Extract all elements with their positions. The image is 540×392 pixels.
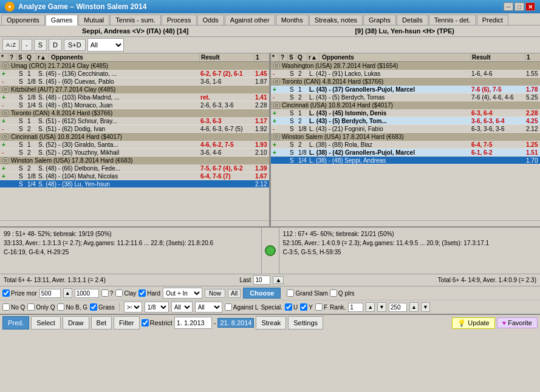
minimize-button[interactable]: ─: [504, 2, 513, 11]
now-button[interactable]: Now: [205, 289, 225, 298]
tab-tennis-det[interactable]: Tennis - det.: [429, 15, 476, 25]
last-input[interactable]: [253, 275, 270, 285]
streak-button[interactable]: Streak: [256, 316, 286, 329]
left-row-5-2[interactable]: + S 1/8 S. (48) - (104) Mahut, Nicolas 6…: [0, 172, 269, 180]
left-row-5-3[interactable]: S 1/4 S. (48) - (38) Lu, Yen-hsun 2.12: [0, 180, 269, 188]
choose-button[interactable]: Choose: [243, 288, 281, 299]
tab-predict[interactable]: Predict: [477, 15, 508, 25]
right-row-2-2[interactable]: - S 2 L. (43) - (5) Berdych, Tomas 7-6 (…: [271, 93, 540, 101]
rank2-up-icon[interactable]: ▲: [409, 302, 419, 312]
right-row-4-2[interactable]: + S 1/8 L. (38) - (42) Granollers-Pujol,…: [271, 149, 540, 157]
sort-button[interactable]: A↓Z: [2, 39, 19, 51]
rank2-down-icon[interactable]: ▼: [421, 302, 430, 312]
cell-s: S: [289, 94, 297, 101]
minus-button[interactable]: -: [21, 39, 32, 51]
tab-mutual[interactable]: Mutual: [78, 15, 109, 25]
right-row-1-1[interactable]: - S 2 L. (42) - (91) Lacko, Lukas 1-6, 4…: [271, 70, 540, 78]
cell-s: S: [289, 149, 297, 156]
cell-odds: 2.10: [254, 149, 268, 156]
noq-label: No Q: [2, 303, 25, 311]
rank-input-2[interactable]: [389, 303, 407, 312]
cell-s: S: [18, 126, 26, 132]
out-in-select[interactable]: Out + In: [163, 288, 202, 299]
clay-checkbox[interactable]: [115, 289, 123, 297]
rank-input[interactable]: [348, 303, 363, 312]
select-button[interactable]: Select: [31, 316, 61, 329]
tab-process[interactable]: Process: [162, 15, 197, 25]
sd-button[interactable]: S+D: [64, 39, 86, 51]
prize-input-1[interactable]: [39, 289, 61, 298]
f-checkbox[interactable]: [315, 303, 323, 311]
s-button[interactable]: S: [34, 39, 47, 51]
left-row-4-1[interactable]: + S 1 S. (52) - (30) Giraldo, Santa... 4…: [0, 141, 269, 149]
tab-odds[interactable]: Odds: [197, 15, 224, 25]
left-row-5-1[interactable]: + S 2 S. (48) - (66) Delbonis, Fede... 7…: [0, 164, 269, 172]
prize-up-icon[interactable]: ▲: [63, 288, 72, 298]
qplrs-checkbox[interactable]: [330, 289, 337, 297]
pred-button[interactable]: Pred.: [2, 316, 29, 329]
tab-opponents[interactable]: Opponents: [1, 15, 45, 25]
left-hscroll[interactable]: [0, 220, 269, 226]
grand-slam-checkbox[interactable]: [287, 289, 294, 297]
left-row-3-1[interactable]: + S 1 S. (51) - (612) Schnur, Bray... 6-…: [0, 117, 269, 125]
q-checkbox[interactable]: [101, 289, 109, 297]
d-button[interactable]: D: [49, 39, 62, 51]
close-button[interactable]: ✕: [525, 2, 535, 11]
all-select-2[interactable]: All: [195, 302, 222, 313]
cell-opp: L. (38) - (48) Seppi, Andreas: [308, 157, 470, 164]
cell-star: +: [272, 118, 280, 124]
tab-against-other[interactable]: Against other: [225, 15, 275, 25]
favorite-button[interactable]: ♥ Favorite: [497, 317, 538, 328]
left-row-2-1[interactable]: + S 1/8 S. (48) - (103) Riba-Madrid, ...…: [0, 93, 269, 101]
right-row-3-1[interactable]: + S 1 L. (43) - (45) Istomin, Denis 6-3,…: [271, 109, 540, 117]
right-row-4-3[interactable]: S 1/4 L. (38) - (48) Seppi, Andreas 1.70: [271, 157, 540, 164]
settings-button[interactable]: Settings: [288, 316, 323, 329]
left-stats-line2: 33:133, Aver.: 1.3:1.3 (= 2.7); Avg.game…: [4, 238, 258, 248]
cell-opp: S. (48) - (38) Lu, Yen-hsun: [37, 181, 199, 188]
bet-button[interactable]: Bet: [91, 316, 112, 329]
tab-tennis-sum[interactable]: Tennis - sum.: [110, 15, 160, 25]
date-from-input[interactable]: [174, 317, 212, 329]
update-button[interactable]: 💡 Update: [452, 317, 494, 329]
draw-button[interactable]: Draw: [63, 316, 89, 329]
onlyq-checkbox[interactable]: [27, 303, 35, 311]
cell-odds: 1.78: [525, 86, 539, 93]
left-row-1-2[interactable]: - S 1/8 S. (45) - (60) Cuevas, Pablo 3-6…: [0, 78, 269, 86]
hard-checkbox[interactable]: [138, 289, 146, 297]
restrict-checkbox[interactable]: [142, 319, 149, 326]
right-row-4-1[interactable]: + S 2 L. (38) - (88) Rola, Blaz 6-4, 7-5…: [271, 141, 540, 149]
tab-games[interactable]: Games: [46, 15, 78, 25]
right-row-3-3[interactable]: - S 1/8 L. (43) - (21) Fognini, Fabio 6-…: [271, 125, 540, 133]
right-col-opp: Opponents: [320, 53, 471, 61]
left-row-3-2[interactable]: - S 2 S. (51) - (62) Dodig, Ivan 4-6, 6-…: [0, 125, 269, 133]
cell-star: +: [272, 141, 280, 148]
last-up-button[interactable]: ▲: [273, 276, 284, 284]
left-row-1-1[interactable]: + S 1 S. (45) - (136) Cecchinato, ... 6-…: [0, 70, 269, 78]
rank-up-icon[interactable]: ▲: [366, 302, 375, 312]
right-hscroll[interactable]: [271, 220, 540, 226]
y-checkbox[interactable]: [300, 303, 307, 311]
left-row-2-2[interactable]: - S 1/4 S. (48) - (81) Monaco, Juan 2-6,…: [0, 101, 269, 109]
all-select[interactable]: All: [171, 302, 193, 313]
right-row-2-1[interactable]: + S 1 L. (43) - (37) Granollers-Pujol, M…: [271, 86, 540, 93]
grass-checkbox[interactable]: [90, 303, 97, 311]
tab-streaks[interactable]: Streaks, notes: [309, 15, 363, 25]
right-row-3-2[interactable]: + S 2 L. (43) - (5) Berdych, Tom... 3-6,…: [271, 117, 540, 125]
nobg-checkbox[interactable]: [57, 303, 64, 311]
ge-select[interactable]: >=: [124, 302, 142, 313]
noq-checkbox[interactable]: [2, 303, 10, 311]
prize-input-2[interactable]: [75, 289, 99, 298]
all-dropdown[interactable]: All: [87, 38, 124, 52]
fraction-select[interactable]: 1/8: [145, 302, 169, 313]
filter-button[interactable]: Filter: [114, 316, 139, 329]
rank-down-icon[interactable]: ▼: [377, 302, 386, 312]
left-row-4-2[interactable]: - S 2 S. (52) - (25) Youzhny, Mikhail 3-…: [0, 149, 269, 157]
u-checkbox[interactable]: [285, 303, 292, 311]
tab-details[interactable]: Details: [397, 15, 428, 25]
prize-mor-checkbox[interactable]: [2, 289, 10, 297]
against-l-checkbox[interactable]: [225, 303, 232, 311]
tab-graphs[interactable]: Graphs: [363, 15, 396, 25]
maximize-button[interactable]: □: [514, 2, 524, 11]
tab-months[interactable]: Months: [276, 15, 309, 25]
all-now-button[interactable]: All: [228, 289, 241, 298]
